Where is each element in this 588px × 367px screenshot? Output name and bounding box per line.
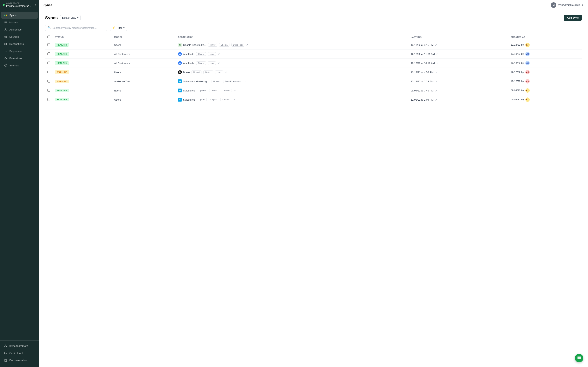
- last-run-link-icon[interactable]: ↗: [435, 89, 437, 92]
- svg-rect-11: [6, 44, 7, 45]
- created-at-cell: 12/13/22 by JC: [508, 50, 582, 59]
- filter-button[interactable]: ⚡ Filter ▾: [110, 25, 127, 31]
- sidebar-item-extensions-label: Extensions: [9, 57, 22, 60]
- header-title: Syncs: [43, 3, 52, 7]
- creator-avatar: JC: [525, 61, 530, 65]
- model-cell: All Customers: [112, 59, 176, 68]
- sidebar-bottom: Invite teammate Get in touch Documentati…: [0, 340, 39, 367]
- search-box[interactable]: 🔍: [45, 25, 107, 31]
- workspace-switcher[interactable]: WORKSPACE Pristine eCommerce Demo ▾: [0, 0, 39, 10]
- external-link-icon[interactable]: ↗: [218, 53, 220, 55]
- row-checkbox[interactable]: [47, 71, 50, 73]
- chevron-down-icon: ▾: [35, 3, 36, 6]
- sync-tag: Object: [209, 89, 219, 92]
- status-badge: HEALTHY: [55, 52, 69, 56]
- last-run-link-icon[interactable]: ↗: [436, 53, 438, 56]
- sidebar-item-syncs[interactable]: Syncs: [1, 12, 38, 19]
- destination-cell: SF Salesforce Marketing ... UpsertData E…: [178, 79, 406, 83]
- created-at-cell: 09/04/22 by KT: [508, 86, 582, 95]
- svg-rect-4: [4, 22, 7, 23]
- row-checkbox[interactable]: [47, 98, 50, 101]
- sidebar-item-sequences[interactable]: Sequences: [1, 48, 38, 55]
- sidebar-item-destinations[interactable]: Destinations: [1, 40, 38, 47]
- sidebar-item-models-label: Models: [9, 21, 18, 24]
- page-title: Syncs: [45, 15, 58, 20]
- filter-label: Filter: [116, 26, 122, 29]
- last-run-cell: 12/13/22 at 10:19 AM ↗: [408, 59, 508, 68]
- last-run-link-icon[interactable]: ↗: [435, 80, 437, 83]
- created-at-cell: 09/04/22 by KT: [508, 95, 582, 104]
- created-at-cell: 12/13/22 by JC: [508, 59, 582, 68]
- external-link-icon[interactable]: ↗: [218, 62, 220, 65]
- sync-tag: Object: [196, 52, 206, 56]
- sidebar-item-sources-label: Sources: [9, 35, 19, 38]
- sidebar-item-settings[interactable]: Settings: [1, 62, 38, 69]
- sync-tag: Upsert: [197, 98, 207, 101]
- sidebar-item-models[interactable]: Models: [1, 19, 38, 26]
- sync-tag: User: [208, 61, 216, 65]
- svg-point-14: [6, 51, 7, 51]
- last-run-cell: 09/04/22 at 7:49 PM ↗: [408, 86, 508, 95]
- external-link-icon[interactable]: ↗: [225, 71, 227, 74]
- invite-icon: [4, 344, 7, 348]
- last-run-link-icon[interactable]: ↗: [435, 71, 437, 74]
- sync-tag: Update: [197, 89, 207, 92]
- sidebar-item-audiences[interactable]: Audiences: [1, 26, 38, 33]
- search-input[interactable]: [52, 26, 105, 29]
- model-cell: Users: [112, 40, 176, 50]
- last-run-link-icon[interactable]: ↗: [435, 44, 437, 46]
- extensions-icon: [4, 57, 7, 60]
- external-link-icon[interactable]: ↗: [246, 43, 248, 46]
- creator-avatar: JC: [525, 52, 530, 56]
- row-checkbox[interactable]: [47, 62, 50, 64]
- sync-tag: Upsert: [212, 80, 221, 83]
- destination-name: Amplitude: [183, 62, 194, 65]
- user-chevron-icon: ▾: [582, 3, 583, 6]
- chat-icon: [4, 351, 7, 355]
- table-row: WARNING Audience Test SF Salesforce Mark…: [45, 77, 582, 86]
- last-run-link-icon[interactable]: ↗: [436, 62, 438, 65]
- sidebar-item-sources[interactable]: Sources: [1, 33, 38, 40]
- google-sheets-icon: G: [178, 43, 182, 47]
- braze-icon: B: [178, 70, 182, 74]
- row-checkbox[interactable]: [47, 89, 50, 92]
- user-menu[interactable]: M maria@hightouch.io ▾: [551, 2, 583, 8]
- chat-button[interactable]: [575, 354, 583, 362]
- last-run-cell: 12/08/22 at 1:04 PM ↗: [408, 95, 508, 104]
- external-link-icon[interactable]: ↗: [233, 98, 235, 101]
- row-checkbox[interactable]: [47, 43, 50, 46]
- status-badge: WARNING: [55, 70, 69, 74]
- documentation-icon: [4, 359, 7, 362]
- svg-rect-10: [4, 44, 5, 45]
- model-cell: Audience Test: [112, 77, 176, 86]
- select-all-checkbox[interactable]: [47, 35, 50, 38]
- table-row: HEALTHY All Customers A Amplitude Object…: [45, 50, 582, 59]
- svg-point-15: [5, 65, 6, 66]
- table-row: HEALTHY All Customers A Amplitude Object…: [45, 59, 582, 68]
- filter-chevron-icon: ▾: [123, 26, 125, 29]
- external-link-icon[interactable]: ↗: [234, 89, 236, 92]
- status-badge: HEALTHY: [55, 61, 69, 65]
- view-selector[interactable]: Default view ▾: [60, 15, 81, 20]
- svg-point-6: [5, 29, 6, 30]
- destination-cell: A Amplitude ObjectUser ↗: [178, 52, 406, 56]
- status-badge: HEALTHY: [55, 98, 69, 101]
- external-link-icon[interactable]: ↗: [244, 80, 246, 83]
- sidebar-item-extensions[interactable]: Extensions: [1, 55, 38, 62]
- sidebar-documentation-label: Documentation: [9, 359, 27, 362]
- sidebar-item-invite[interactable]: Invite teammate: [1, 342, 38, 349]
- svg-point-0: [4, 15, 5, 16]
- sidebar-item-documentation[interactable]: Documentation: [1, 357, 38, 364]
- destination-cell: SF Salesforce UpsertObjectContact ↗: [178, 98, 406, 101]
- row-checkbox[interactable]: [47, 80, 50, 83]
- sync-tag: Contact: [221, 89, 232, 92]
- add-sync-button[interactable]: Add sync: [564, 15, 582, 21]
- creator-avatar: AJ: [525, 79, 530, 83]
- col-model: MODEL: [112, 34, 176, 40]
- sync-tag: Doxo Test: [231, 43, 244, 47]
- search-icon: 🔍: [48, 26, 51, 29]
- last-run-link-icon[interactable]: ↗: [435, 99, 437, 101]
- models-icon: [4, 21, 7, 24]
- row-checkbox[interactable]: [47, 52, 50, 55]
- sidebar-item-get-in-touch[interactable]: Get in touch: [1, 350, 38, 357]
